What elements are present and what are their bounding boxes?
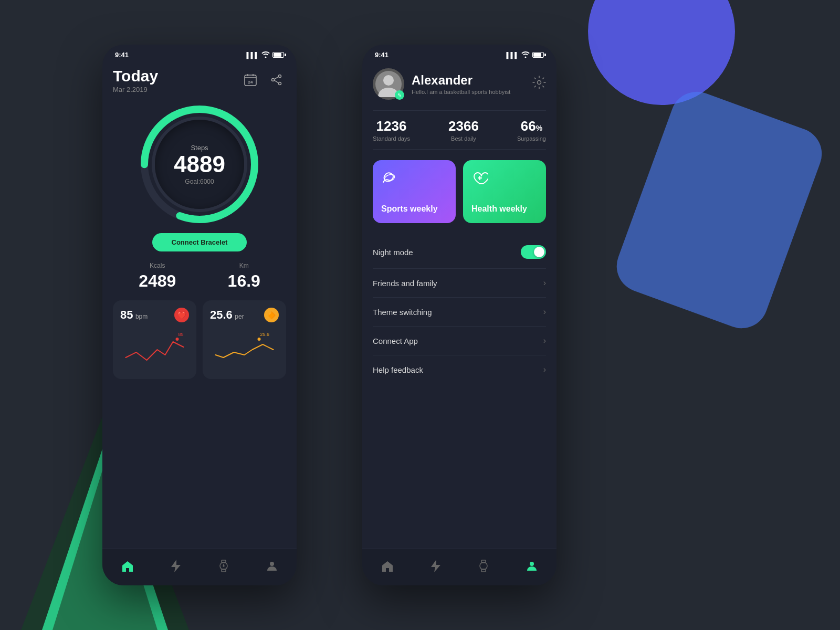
sports-weekly-card[interactable]: Sports weekly	[373, 160, 456, 223]
standard-days-label: Standard days	[373, 135, 410, 142]
chevron-help: ›	[543, 365, 546, 374]
svg-rect-22	[222, 569, 226, 572]
speed-chart-header: 25.6 per 🔶	[210, 308, 279, 322]
bottom-nav-left	[102, 549, 297, 585]
heart-chart: 85	[120, 329, 189, 365]
speed-chart: 25.6	[210, 329, 279, 365]
nav-home-left[interactable]	[117, 556, 138, 579]
chevron-friends: ›	[543, 278, 546, 288]
heart-rate-card[interactable]: 85 bpm ❤️ 85	[113, 300, 196, 379]
svg-rect-34	[481, 569, 486, 572]
help-right: ›	[543, 365, 546, 374]
connect-bracelet-button[interactable]: Connect Bracelet	[152, 233, 247, 251]
night-mode-toggle[interactable]	[521, 245, 546, 259]
kcals-label: Kcals	[139, 262, 176, 269]
battery-icon	[272, 52, 284, 58]
heart-unit: bpm	[135, 313, 148, 320]
km-label: Km	[228, 262, 260, 269]
svg-point-19	[258, 338, 261, 341]
profile-info: Alexander Hello.I am a basketball sports…	[412, 73, 510, 95]
speed-icon: 🔶	[264, 308, 279, 322]
theme-right: ›	[543, 307, 546, 317]
bg-circle-right	[610, 85, 830, 335]
steps-value: 4889	[174, 153, 225, 176]
status-bar-left: 9:41 ▌▌▌	[102, 45, 297, 63]
avatar-wrap: ✎	[373, 68, 404, 100]
toggle-knob	[534, 247, 544, 257]
svg-point-28	[538, 81, 541, 85]
page-title: Today	[113, 67, 158, 85]
svg-text:24: 24	[248, 80, 253, 85]
sports-icon	[381, 170, 447, 190]
profile-icon-left	[266, 560, 278, 575]
avatar-edit-btn[interactable]: ✎	[395, 90, 404, 100]
speed-value: 25.6	[210, 308, 233, 321]
menu-item-theme[interactable]: Theme switching ›	[373, 298, 546, 327]
heart-metric: 85 bpm	[120, 308, 148, 322]
stats-row: Kcals 2489 Km 16.9	[113, 262, 286, 291]
svg-text:85: 85	[178, 332, 184, 337]
svg-point-10	[272, 79, 275, 81]
svg-point-35	[530, 562, 534, 566]
share-button[interactable]	[267, 70, 286, 89]
steps-label: Steps	[191, 144, 208, 152]
wifi-icon-right	[521, 51, 530, 59]
profile-section: ✎ Alexander Hello.I am a basketball spor…	[373, 63, 546, 110]
steps-inner: Steps 4889 Goal:6000	[155, 120, 244, 209]
profile-bio: Hello.I am a basketball sports hobbyist	[412, 89, 510, 95]
kcals-value: 2489	[139, 271, 176, 291]
lightning-icon-right	[431, 560, 440, 575]
svg-point-17	[176, 338, 179, 341]
svg-rect-33	[481, 560, 486, 563]
chevron-theme: ›	[543, 307, 546, 317]
steps-goal: Goal:6000	[185, 178, 214, 185]
charts-row: 85 bpm ❤️ 85 25.6 per	[113, 300, 286, 379]
right-phone-content: ✎ Alexander Hello.I am a basketball spor…	[362, 63, 556, 384]
nav-profile-left[interactable]	[262, 556, 282, 579]
menu-item-friends[interactable]: Friends and family ›	[373, 269, 546, 298]
speed-card[interactable]: 25.6 per 🔶 25.6	[203, 300, 286, 379]
svg-point-9	[279, 82, 281, 85]
settings-button[interactable]	[532, 76, 546, 92]
heart-value: 85	[120, 308, 133, 321]
status-bar-right: 9:41 ▌▌▌	[362, 45, 556, 63]
nav-home-right[interactable]	[377, 556, 398, 579]
phone-left: 9:41 ▌▌▌ Today Mar 2.2019	[102, 45, 297, 585]
header-icons: 24	[241, 70, 286, 89]
weekly-cards: Sports weekly Health weekly	[373, 160, 546, 223]
time-right: 9:41	[375, 51, 388, 59]
chevron-connect: ›	[543, 336, 546, 345]
health-icon	[471, 170, 538, 190]
nav-watch-right[interactable]	[474, 555, 493, 580]
menu-item-connect[interactable]: Connect App ›	[373, 327, 546, 355]
nav-watch-left[interactable]	[214, 555, 233, 580]
left-phone-content: Today Mar 2.2019 24	[102, 63, 297, 541]
status-icons-left: ▌▌▌	[247, 51, 284, 59]
signal-icon-right: ▌▌▌	[507, 52, 519, 58]
nav-lightning-right[interactable]	[427, 555, 445, 580]
friends-right: ›	[543, 278, 546, 288]
friends-label: Friends and family	[373, 279, 437, 288]
bottom-nav-right	[362, 549, 556, 585]
km-stat: Km 16.9	[228, 262, 260, 291]
profile-left: ✎ Alexander Hello.I am a basketball spor…	[373, 68, 510, 100]
menu-item-help[interactable]: Help feedback ›	[373, 355, 546, 384]
svg-point-27	[383, 75, 394, 86]
svg-line-11	[275, 77, 279, 79]
profile-name: Alexander	[412, 73, 510, 88]
nav-lightning-left[interactable]	[167, 555, 185, 580]
connect-right: ›	[543, 336, 546, 345]
left-header: Today Mar 2.2019 24	[113, 63, 286, 104]
svg-point-8	[279, 75, 281, 78]
heart-chart-header: 85 bpm ❤️	[120, 308, 189, 322]
health-weekly-card[interactable]: Health weekly	[463, 160, 546, 223]
status-icons-right: ▌▌▌	[507, 51, 544, 59]
best-daily-label: Best daily	[448, 135, 479, 142]
calendar-button[interactable]: 24	[241, 70, 260, 89]
phone-right: 9:41 ▌▌▌	[362, 45, 556, 585]
night-mode-right	[521, 245, 546, 259]
menu-item-night-mode[interactable]: Night mode	[373, 236, 546, 269]
surpassing-stat: 66% Surpassing	[517, 118, 546, 142]
nav-profile-right[interactable]	[522, 556, 542, 579]
home-icon-right	[381, 560, 394, 575]
